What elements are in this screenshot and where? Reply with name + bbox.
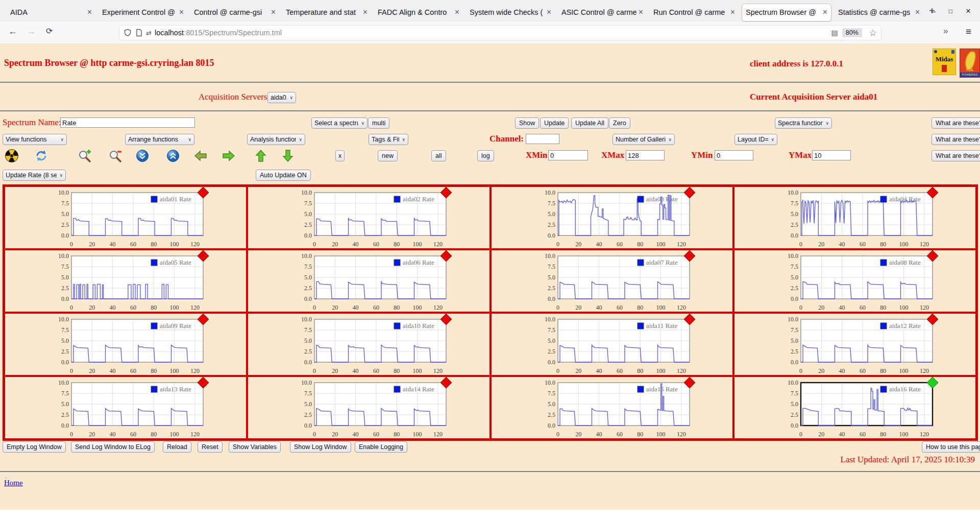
spectrum-plot-aida11[interactable]: 0204060801001200.02.55.07.510.0aida11 Ra… [524, 314, 696, 374]
what-are-these-button-2[interactable]: What are these? [932, 134, 980, 145]
spectrum-cell-aida02[interactable]: 0204060801001200.02.55.07.510.0aida02 Ra… [247, 186, 490, 249]
maximize-button[interactable]: □ [949, 8, 952, 15]
update-rate-select[interactable]: Update Rate (8 secs)∨ [3, 170, 66, 181]
pan-left-icon[interactable] [194, 149, 207, 162]
scroll-up-icon[interactable] [166, 149, 180, 162]
page-info-icon[interactable] [135, 29, 143, 37]
update-all-button[interactable]: Update All [571, 117, 608, 129]
spectrum-plot-aida04[interactable]: 0204060801001200.02.55.07.510.0aida04 Ra… [767, 187, 939, 248]
tab-close-icon[interactable]: × [363, 8, 368, 17]
spectrum-plot-aida13[interactable]: 0204060801001200.02.55.07.510.0aida13 Ra… [38, 378, 209, 438]
spectrum-cell-aida12[interactable]: 0204060801001200.02.55.07.510.0aida12 Ra… [733, 313, 976, 376]
ymin-input[interactable] [715, 150, 753, 160]
spectrum-plot-aida06[interactable]: 0204060801001200.02.55.07.510.0aida06 Ra… [281, 251, 452, 311]
spectrum-plot-aida10[interactable]: 0204060801001200.02.55.07.510.0aida10 Ra… [281, 314, 452, 374]
spectrum-plot-aida03[interactable]: 0204060801001200.02.55.07.510.0aida03 Ra… [524, 187, 696, 248]
spectrum-plot-aida14[interactable]: 0204060801001200.02.55.07.510.0aida14 Ra… [281, 378, 452, 438]
spectrum-cell-aida11[interactable]: 0204060801001200.02.55.07.510.0aida11 Ra… [491, 313, 733, 376]
overflow-chevrons-icon[interactable]: » [943, 26, 948, 36]
ymax-input[interactable] [812, 150, 851, 160]
spectrum-plot-aida05[interactable]: 0204060801001200.02.55.07.510.0aida05 Ra… [38, 251, 209, 311]
xmax-input[interactable] [626, 150, 665, 160]
update-button[interactable]: Update [540, 117, 569, 129]
scroll-down-icon[interactable] [136, 149, 149, 162]
footer-button-enable-logging[interactable]: Enable Logging [355, 441, 407, 453]
footer-button-reset[interactable]: Reset [198, 441, 223, 453]
browser-tab[interactable]: ASIC Control @ carme× [558, 4, 647, 21]
footer-button-show-log-window[interactable]: Show Log Window [290, 441, 351, 453]
spectrum-plot-aida15[interactable]: 0204060801001200.02.55.07.510.0aida15 Ra… [524, 378, 696, 438]
browser-tab[interactable]: Experiment Control @× [99, 4, 187, 21]
reader-mode-icon[interactable]: ▤ [831, 29, 838, 37]
spectrum-cell-aida14[interactable]: 0204060801001200.02.55.07.510.0aida14 Ra… [247, 376, 490, 439]
how-to-use-button[interactable]: How to use this page [922, 441, 980, 453]
bookmark-star-icon[interactable]: ☆ [869, 28, 877, 38]
browser-tab[interactable]: Statistics @ carme-gs× [835, 4, 923, 21]
minimize-button[interactable]: – [931, 7, 935, 15]
spectrum-cell-aida03[interactable]: 0204060801001200.02.55.07.510.0aida03 Ra… [491, 186, 733, 249]
url-text[interactable]: localhost:8015/Spectrum/Spectrum.tml [155, 29, 828, 37]
browser-tab[interactable]: Run Control @ carme× [650, 4, 739, 21]
tab-close-icon[interactable]: × [639, 8, 643, 17]
browser-tab[interactable]: System wide Checks (× [466, 4, 555, 21]
spectrum-cell-aida04[interactable]: 0204060801001200.02.55.07.510.0aida04 Ra… [733, 186, 976, 249]
arrange-functions-select[interactable]: Arrange functions∨ [125, 134, 194, 145]
spectrum-name-input[interactable] [60, 117, 195, 128]
spectrum-cell-aida15[interactable]: 0204060801001200.02.55.07.510.0aida15 Ra… [491, 376, 733, 439]
spectrum-cell-aida08[interactable]: 0204060801001200.02.55.07.510.0aida08 Ra… [733, 249, 976, 313]
spectrum-cell-aida10[interactable]: 0204060801001200.02.55.07.510.0aida10 Ra… [247, 313, 490, 376]
spectrum-cell-aida16[interactable]: 0204060801001200.02.55.07.510.0aida16 Ra… [733, 376, 976, 439]
browser-tab[interactable]: AIDA× [7, 4, 95, 21]
pan-down-icon[interactable] [281, 149, 295, 162]
spectrum-plot-aida12[interactable]: 0204060801001200.02.55.07.510.0aida12 Ra… [767, 314, 939, 374]
channel-input[interactable] [526, 134, 559, 144]
back-button[interactable]: ← [8, 26, 17, 37]
new-button[interactable]: new [378, 150, 398, 161]
analysis-functions-select[interactable]: Analysis functions∨ [247, 134, 305, 145]
browser-tab[interactable]: Control @ carme-gsi× [190, 4, 279, 21]
spectrum-cell-aida01[interactable]: 0204060801001200.02.55.07.510.0aida01 Ra… [4, 186, 247, 249]
forward-button[interactable]: → [27, 26, 36, 37]
refresh-icon[interactable] [35, 149, 48, 162]
tab-close-icon[interactable]: × [730, 8, 735, 17]
acquisition-server-select[interactable]: aida01∨ [267, 92, 296, 103]
footer-button-send-log-window-to-elog[interactable]: Send Log Window to ELog [71, 441, 155, 453]
what-are-these-button-3[interactable]: What are these? [932, 150, 980, 161]
show-button[interactable]: Show [515, 117, 539, 129]
spectrum-cell-aida07[interactable]: 0204060801001200.02.55.07.510.0aida07 Ra… [491, 249, 733, 313]
menu-icon[interactable]: ≡ [966, 26, 971, 37]
pan-right-icon[interactable] [222, 149, 235, 162]
tab-close-icon[interactable]: × [87, 8, 92, 17]
select-a-spectrum-select[interactable]: Select a spectrum∨ [311, 117, 368, 129]
tab-close-icon[interactable]: × [823, 8, 827, 17]
spectrum-plot-aida09[interactable]: 0204060801001200.02.55.07.510.0aida09 Ra… [38, 314, 209, 374]
spectrum-plot-aida08[interactable]: 0204060801001200.02.55.07.510.0aida08 Ra… [767, 251, 939, 311]
spectrum-cell-aida06[interactable]: 0204060801001200.02.55.07.510.0aida06 Ra… [247, 249, 490, 313]
auto-update-button[interactable]: Auto Update ON [256, 170, 311, 181]
radiation-icon[interactable] [5, 149, 18, 162]
footer-button-reload[interactable]: Reload [163, 441, 191, 453]
spectrum-cell-aida05[interactable]: 0204060801001200.02.55.07.510.0aida05 Ra… [4, 249, 247, 313]
browser-tab[interactable]: FADC Align & Contro× [374, 4, 463, 21]
spectra-functions-select[interactable]: Spectra functions∨ [775, 117, 832, 129]
xmin-input[interactable] [548, 150, 588, 160]
spectrum-plot-aida16[interactable]: 0204060801001200.02.55.07.510.0aida16 Ra… [767, 378, 939, 438]
all-button[interactable]: all [431, 150, 446, 161]
zero-button[interactable]: Zero [609, 117, 630, 129]
browser-tab[interactable]: Spectrum Browser @× [742, 4, 831, 21]
footer-button-show-variables[interactable]: Show Variables [229, 441, 281, 453]
permissions-icon[interactable]: ⇄ [146, 29, 152, 37]
spectrum-cell-aida13[interactable]: 0204060801001200.02.55.07.510.0aida13 Ra… [4, 376, 247, 439]
url-bar[interactable]: ⇄ localhost:8015/Spectrum/Spectrum.tml ▤… [119, 25, 881, 40]
close-button[interactable]: × [966, 6, 971, 16]
browser-tab[interactable]: Temperature and stat× [282, 4, 371, 21]
number-of-galleries-select[interactable]: Number of Galleries∨ [612, 134, 675, 145]
reload-button[interactable]: ⟳ [46, 26, 53, 36]
spectrum-plot-aida01[interactable]: 0204060801001200.02.55.07.510.0aida01 Ra… [38, 187, 209, 248]
spectrum-plot-aida07[interactable]: 0204060801001200.02.55.07.510.0aida07 Ra… [524, 251, 696, 311]
shield-icon[interactable] [124, 29, 132, 37]
tab-close-icon[interactable]: × [271, 8, 276, 17]
multi-button[interactable]: multi [368, 117, 389, 129]
tags-fits-select[interactable]: Tags & Fits∨ [369, 134, 408, 145]
tab-close-icon[interactable]: × [915, 8, 920, 17]
